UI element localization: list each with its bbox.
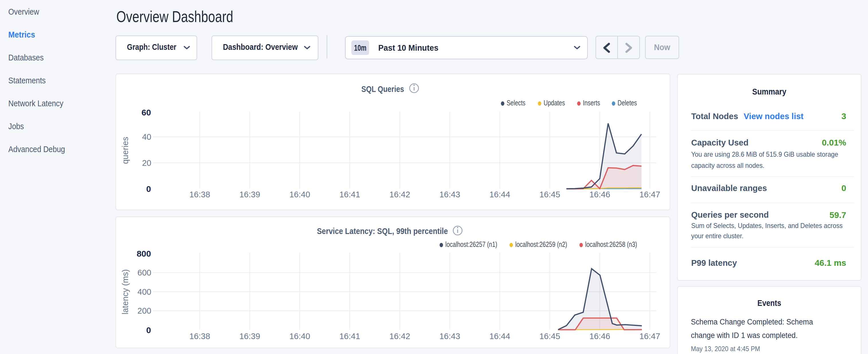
svg-text:600: 600 — [137, 268, 151, 277]
svg-text:16:45: 16:45 — [539, 332, 560, 341]
svg-text:60: 60 — [142, 108, 151, 117]
svg-text:200: 200 — [137, 306, 151, 315]
svg-text:16:44: 16:44 — [490, 332, 510, 341]
svg-text:16:42: 16:42 — [390, 190, 410, 199]
svg-text:20: 20 — [142, 158, 151, 167]
svg-text:800: 800 — [137, 249, 151, 258]
svg-text:16:43: 16:43 — [439, 332, 460, 341]
svg-text:latency (ms): latency (ms) — [121, 269, 130, 315]
svg-text:0: 0 — [146, 325, 151, 335]
svg-text:16:38: 16:38 — [189, 190, 210, 199]
svg-text:400: 400 — [137, 287, 151, 296]
svg-text:16:47: 16:47 — [639, 190, 660, 199]
svg-text:16:39: 16:39 — [239, 332, 260, 341]
svg-text:16:43: 16:43 — [439, 190, 460, 199]
svg-text:16:39: 16:39 — [239, 190, 260, 199]
svg-text:16:47: 16:47 — [639, 332, 660, 341]
svg-text:16:38: 16:38 — [189, 332, 210, 341]
svg-text:16:44: 16:44 — [490, 190, 510, 199]
svg-text:16:45: 16:45 — [539, 190, 560, 199]
svg-text:16:41: 16:41 — [339, 332, 360, 341]
svg-text:16:46: 16:46 — [589, 190, 610, 199]
svg-text:queries: queries — [121, 137, 130, 164]
svg-text:0: 0 — [146, 184, 151, 194]
svg-text:16:42: 16:42 — [390, 332, 410, 341]
svg-text:16:46: 16:46 — [589, 332, 610, 341]
svg-text:16:41: 16:41 — [339, 190, 360, 199]
svg-text:16:40: 16:40 — [289, 190, 310, 199]
svg-text:16:40: 16:40 — [289, 332, 310, 341]
svg-text:40: 40 — [142, 132, 151, 141]
